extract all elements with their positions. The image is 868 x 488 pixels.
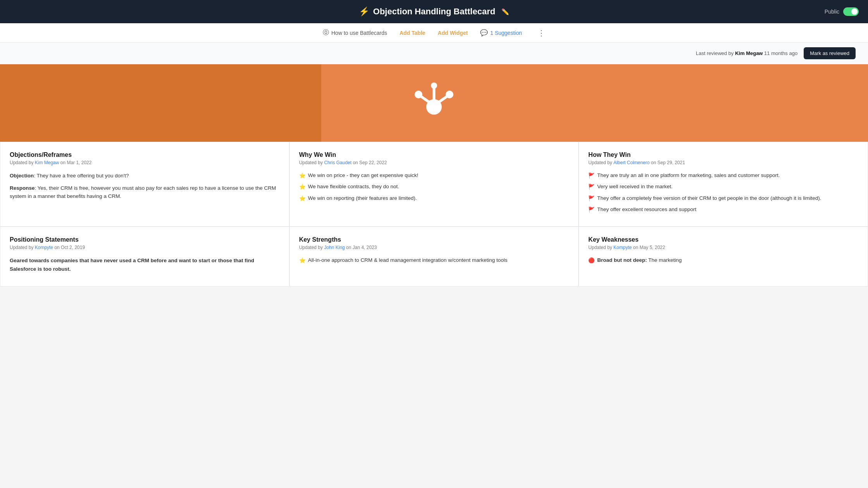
- hero-banner: [0, 64, 868, 142]
- mark-reviewed-button[interactable]: Mark as reviewed: [804, 47, 856, 59]
- bullet-text: They offer a completely free version of …: [597, 194, 821, 202]
- app-logo-icon: ⚡: [359, 7, 369, 17]
- how-to-battlecards-link[interactable]: ⓪ How to use Battlecards: [323, 29, 387, 37]
- card-date: Sep 29, 2021: [657, 160, 685, 165]
- hero-logo-container: [411, 80, 457, 126]
- card-title: Key Weaknesses: [588, 236, 858, 243]
- list-item: 🔴 Broad but not deep: The marketing: [588, 256, 858, 265]
- card-key-weaknesses: Key Weaknesses Updated by Kompyte on May…: [579, 227, 868, 287]
- star-icon: ⭐: [299, 195, 306, 203]
- card-title: Why We Win: [299, 151, 569, 158]
- card-meta: Updated by Kompyte on Oct 2, 2019: [10, 245, 280, 250]
- flag-icon: 🚩: [588, 206, 595, 214]
- review-time: 11 months ago: [764, 50, 797, 56]
- suggestion-label: 1 Suggestion: [490, 30, 522, 36]
- review-text: Last reviewed by Kim Megaw 11 months ago: [696, 50, 797, 56]
- list-item: ⭐ All-in-one approach to CRM & lead mana…: [299, 256, 569, 265]
- star-icon: ⭐: [299, 257, 306, 265]
- bullet-text: They offer excellent resources and suppo…: [597, 206, 696, 213]
- star-icon: ⭐: [299, 172, 306, 180]
- card-content: 🚩 They are truly an all in one platform …: [588, 172, 858, 214]
- list-item: 🚩 They are truly an all in one platform …: [588, 172, 858, 180]
- bullet-text: We win on price - they can get expensive…: [308, 172, 418, 179]
- card-content: Objection: They have a free offering but…: [10, 172, 280, 201]
- add-widget-button[interactable]: Add Widget: [438, 30, 468, 36]
- comment-icon: 💬: [480, 29, 488, 36]
- card-content: 🔴 Broad but not deep: The marketing: [588, 256, 858, 265]
- list-item: ⭐ We win on reporting (their features ar…: [299, 194, 569, 203]
- card-key-strengths: Key Strengths Updated by John King on Ja…: [289, 227, 579, 287]
- list-item: 🚩 Very well received in the market.: [588, 183, 858, 191]
- flag-icon: 🚩: [588, 183, 595, 191]
- card-date: Sep 22, 2022: [359, 160, 387, 165]
- card-content: Geared towards companies that have never…: [10, 256, 280, 273]
- public-label: Public: [825, 9, 839, 15]
- card-meta: Updated by Chris Gaudet on Sep 22, 2022: [299, 160, 569, 165]
- toolbar: ⓪ How to use Battlecards Add Table Add W…: [0, 23, 868, 43]
- card-why-we-win: Why We Win Updated by Chris Gaudet on Se…: [289, 142, 579, 227]
- svg-point-6: [431, 82, 437, 89]
- flag-icon: 🚩: [588, 172, 595, 180]
- svg-line-4: [439, 97, 446, 102]
- more-options-icon[interactable]: ⋮: [537, 28, 545, 38]
- page-title: Objection Handling Battlecard: [373, 7, 495, 17]
- card-author: Kompyte: [35, 245, 53, 250]
- card-objections-reframes: Objections/Reframes Updated by Kim Megaw…: [0, 142, 289, 227]
- card-author: Kompyte: [613, 245, 632, 250]
- edit-title-icon[interactable]: ✏️: [501, 8, 509, 15]
- card-title: Positioning Statements: [10, 236, 280, 243]
- hero-dark-section: [0, 64, 321, 142]
- card-date: May 5, 2022: [639, 245, 665, 250]
- card-author: Kim Megaw: [35, 160, 59, 165]
- card-title: Objections/Reframes: [10, 151, 280, 158]
- card-date: Jan 4, 2023: [353, 245, 377, 250]
- add-table-label: Add Table: [400, 30, 425, 36]
- bullet-text: We win on reporting (their features are …: [308, 194, 417, 202]
- card-date: Mar 1, 2022: [67, 160, 91, 165]
- cards-grid: Objections/Reframes Updated by Kim Megaw…: [0, 142, 868, 287]
- card-title: Key Strengths: [299, 236, 569, 243]
- circle-icon: 🔴: [588, 257, 595, 265]
- card-content: ⭐ All-in-one approach to CRM & lead mana…: [299, 256, 569, 265]
- header-title-group: ⚡ Objection Handling Battlecard ✏️: [359, 7, 509, 17]
- card-title: How They Win: [588, 151, 858, 158]
- card-positioning-statements: Positioning Statements Updated by Kompyt…: [0, 227, 289, 287]
- list-item: 🚩 They offer excellent resources and sup…: [588, 206, 858, 214]
- bullet-text: Very well received in the market.: [597, 183, 672, 191]
- header-right: Public: [825, 7, 859, 16]
- brand-logo: [411, 80, 457, 126]
- help-circle-icon: ⓪: [323, 29, 329, 37]
- card-meta: Updated by Albert Colmenero on Sep 29, 2…: [588, 160, 858, 165]
- card-author: Albert Colmenero: [613, 160, 649, 165]
- card-meta: Updated by John King on Jan 4, 2023: [299, 245, 569, 250]
- card-content: ⭐ We win on price - they can get expensi…: [299, 172, 569, 203]
- card-date: Oct 2, 2019: [61, 245, 85, 250]
- add-widget-label: Add Widget: [438, 30, 468, 36]
- star-icon: ⭐: [299, 183, 306, 191]
- card-meta: Updated by Kim Megaw on Mar 1, 2022: [10, 160, 280, 165]
- bullet-text: We have flexible contracts, they do not.: [308, 183, 399, 191]
- bullet-text: All-in-one approach to CRM & lead manage…: [308, 256, 508, 264]
- add-table-button[interactable]: Add Table: [400, 30, 425, 36]
- bullet-text: They are truly an all in one platform fo…: [597, 172, 780, 179]
- public-toggle[interactable]: [843, 7, 859, 16]
- card-meta: Updated by Kompyte on May 5, 2022: [588, 245, 858, 250]
- review-bar: Last reviewed by Kim Megaw 11 months ago…: [0, 43, 868, 64]
- list-item: ⭐ We win on price - they can get expensi…: [299, 172, 569, 180]
- list-item: ⭐ We have flexible contracts, they do no…: [299, 183, 569, 191]
- how-to-label: How to use Battlecards: [331, 30, 387, 36]
- card-author: Chris Gaudet: [324, 160, 351, 165]
- card-how-they-win: How They Win Updated by Albert Colmenero…: [579, 142, 868, 227]
- card-author: John King: [324, 245, 344, 250]
- reviewer-name: Kim Megaw: [735, 50, 763, 56]
- suggestion-button[interactable]: 💬 1 Suggestion: [480, 29, 522, 36]
- flag-icon: 🚩: [588, 195, 595, 203]
- top-header: ⚡ Objection Handling Battlecard ✏️ Publi…: [0, 0, 868, 23]
- bullet-text: Broad but not deep: The marketing: [597, 256, 682, 264]
- svg-line-2: [422, 97, 429, 102]
- list-item: 🚩 They offer a completely free version o…: [588, 194, 858, 203]
